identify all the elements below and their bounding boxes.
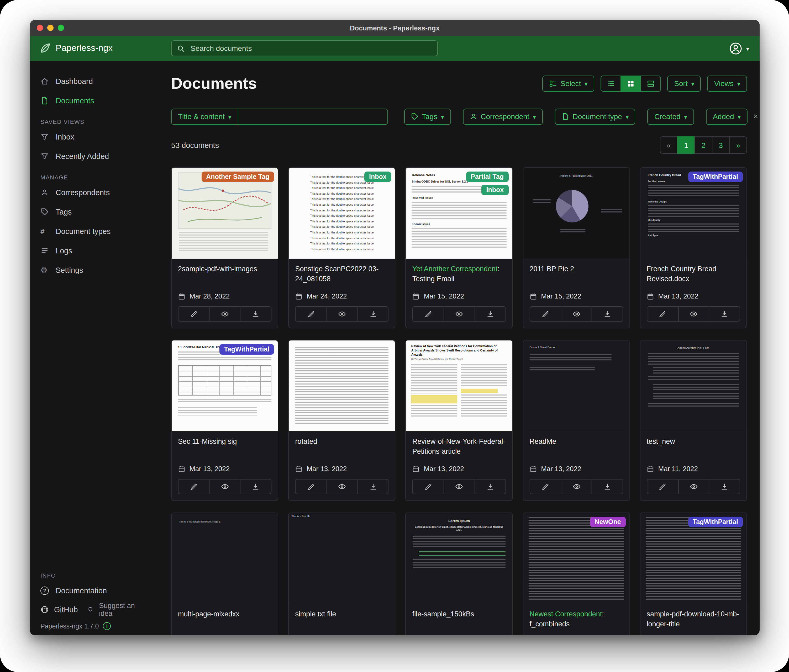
- pagination-prev-button[interactable]: «: [660, 136, 678, 154]
- sidebar-item-documents[interactable]: Documents: [30, 91, 158, 110]
- grid-view-button[interactable]: [620, 75, 641, 92]
- document-title[interactable]: Sec 11-Missing sig: [178, 436, 272, 457]
- view-button[interactable]: [326, 479, 357, 494]
- filter-tags-button[interactable]: Tags: [404, 108, 451, 124]
- document-card[interactable]: Patient BP Distribution 2011 2011 BP Pie…: [522, 167, 630, 328]
- document-card[interactable]: Review of New York Federal Petitions for…: [406, 340, 513, 501]
- close-button[interactable]: [37, 25, 43, 31]
- document-thumbnail[interactable]: TagWithPartial: [640, 513, 746, 604]
- download-button[interactable]: [474, 307, 505, 321]
- edit-button[interactable]: [530, 479, 561, 494]
- tag-badge[interactable]: Another Sample Tag: [201, 172, 274, 182]
- sidebar-item-logs[interactable]: Logs: [30, 241, 158, 260]
- document-card[interactable]: French Country Bread For the Leaven: Mak…: [640, 167, 747, 328]
- brand[interactable]: Paperless-ngx: [30, 43, 113, 54]
- pagination-next-button[interactable]: »: [729, 136, 747, 154]
- pagination-page-2[interactable]: 2: [695, 136, 712, 154]
- document-thumbnail[interactable]: Contact Sheet Demo: [523, 341, 629, 431]
- filter-text-input[interactable]: [238, 108, 388, 124]
- reset-filters-button[interactable]: Reset filters: [753, 108, 760, 125]
- document-title[interactable]: test_new: [647, 436, 740, 457]
- sidebar-item-tags[interactable]: Tags: [30, 202, 158, 221]
- tag-badge[interactable]: Inbox: [364, 172, 391, 182]
- tag-badge[interactable]: Partial Tag: [466, 172, 508, 182]
- view-button[interactable]: [561, 479, 592, 494]
- pagination-page-3[interactable]: 3: [712, 136, 730, 154]
- document-card[interactable]: Release Notes Simba ODBC Driver for SQL …: [406, 167, 513, 328]
- user-menu[interactable]: [730, 42, 749, 55]
- edit-button[interactable]: [295, 307, 326, 321]
- document-title[interactable]: file-sample_150kBs: [412, 609, 506, 630]
- sidebar-item-settings[interactable]: Settings: [30, 260, 158, 280]
- filter-added-button[interactable]: Added: [706, 108, 747, 124]
- tag-badge[interactable]: NewOne: [590, 517, 626, 527]
- sidebar-item-documentation[interactable]: ? Documentation: [30, 581, 158, 600]
- document-title[interactable]: sample-pdf-download-10-mb-longer-title: [647, 609, 740, 630]
- edit-button[interactable]: [295, 479, 326, 494]
- edit-button[interactable]: [530, 307, 561, 321]
- sidebar-item-correspondents[interactable]: Correspondents: [30, 183, 158, 202]
- document-thumbnail[interactable]: NewOne: [523, 513, 629, 604]
- view-button[interactable]: [444, 307, 474, 321]
- document-card[interactable]: This is a test for the double space char…: [288, 167, 395, 328]
- document-card[interactable]: Lorem ipsum Lorem ipsum dolor sit amet, …: [406, 513, 513, 635]
- minimize-button[interactable]: [47, 25, 54, 31]
- sidebar-item-recently-added[interactable]: Recently Added: [30, 147, 158, 166]
- edit-button[interactable]: [413, 307, 444, 321]
- document-card[interactable]: Another Sample Tag 2sample-pdf-with-imag…: [171, 167, 278, 328]
- tag-badge[interactable]: TagWithPartial: [688, 172, 743, 182]
- view-button[interactable]: [209, 307, 240, 321]
- view-button[interactable]: [444, 479, 474, 494]
- download-button[interactable]: [709, 479, 739, 494]
- view-button[interactable]: [209, 479, 240, 494]
- filter-document-type-button[interactable]: Document type: [555, 108, 636, 124]
- edit-button[interactable]: [647, 307, 678, 321]
- correspondent-link[interactable]: Newest Correspondent: [529, 610, 602, 618]
- sidebar-item-dashboard[interactable]: Dashboard: [30, 71, 158, 91]
- document-thumbnail[interactable]: Another Sample Tag: [172, 168, 278, 259]
- download-button[interactable]: [474, 479, 505, 494]
- edit-button[interactable]: [179, 307, 209, 321]
- document-thumbnail[interactable]: French Country Bread For the Leaven: Mak…: [640, 168, 746, 259]
- download-button[interactable]: [592, 307, 622, 321]
- edit-button[interactable]: [413, 479, 444, 494]
- document-thumbnail[interactable]: Lorem ipsum Lorem ipsum dolor sit amet, …: [406, 513, 512, 604]
- detail-view-button[interactable]: [640, 75, 661, 92]
- search-input[interactable]: [190, 43, 432, 53]
- download-button[interactable]: [357, 307, 388, 321]
- filter-created-button[interactable]: Created: [647, 108, 694, 124]
- document-title[interactable]: French Country Bread Revised.docx: [647, 264, 740, 285]
- document-card[interactable]: Contact Sheet Demo ReadMe Mar 13, 2022: [522, 340, 630, 501]
- download-button[interactable]: [240, 479, 271, 494]
- document-thumbnail[interactable]: This is a test file.: [289, 513, 395, 604]
- filter-correspondent-button[interactable]: Correspondent: [463, 108, 543, 124]
- select-button[interactable]: Select: [542, 75, 594, 92]
- pagination-page-1[interactable]: 1: [677, 136, 695, 154]
- download-button[interactable]: [709, 307, 739, 321]
- correspondent-link[interactable]: Yet Another Correspondent: [412, 265, 498, 273]
- edit-button[interactable]: [647, 479, 678, 494]
- info-icon[interactable]: i: [103, 622, 111, 630]
- document-thumbnail[interactable]: [289, 341, 395, 431]
- tag-badge[interactable]: TagWithPartial: [219, 344, 274, 355]
- document-title[interactable]: Newest Correspondent: f_combineds: [529, 609, 623, 630]
- document-title[interactable]: Yet Another Correspondent: Testing Email: [412, 264, 506, 285]
- document-card[interactable]: TagWithPartial sample-pdf-download-10-mb…: [640, 513, 747, 635]
- document-thumbnail[interactable]: This is a test for the double space char…: [289, 168, 395, 259]
- filter-field-button[interactable]: Title & content: [171, 108, 238, 124]
- edit-button[interactable]: [179, 479, 209, 494]
- document-card[interactable]: This is a test file. simple txt file: [288, 513, 395, 635]
- document-thumbnail[interactable]: This is a multi page document. Page 1.: [172, 513, 278, 604]
- view-button[interactable]: [678, 307, 709, 321]
- document-title[interactable]: multi-page-mixedxx: [178, 609, 272, 630]
- zoom-button[interactable]: [58, 25, 64, 31]
- document-thumbnail[interactable]: 1.1. CONTINUING MEDICAL EDUCA TagWithPar…: [172, 341, 278, 431]
- sidebar-item-document-types[interactable]: Document types: [30, 221, 158, 241]
- download-button[interactable]: [240, 307, 271, 321]
- list-view-button[interactable]: [601, 75, 621, 92]
- sort-button[interactable]: Sort: [667, 75, 701, 92]
- document-title[interactable]: simple txt file: [295, 609, 388, 630]
- view-button[interactable]: [561, 307, 592, 321]
- tag-badge[interactable]: TagWithPartial: [688, 517, 743, 527]
- document-card[interactable]: NewOne Newest Correspondent: f_combineds: [522, 513, 630, 635]
